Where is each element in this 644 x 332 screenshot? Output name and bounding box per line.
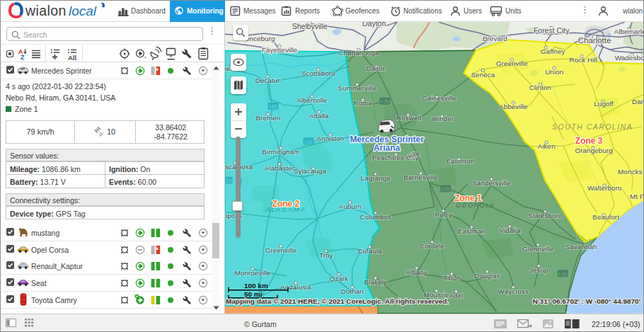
- svg-text:Brevard: Brevard: [483, 35, 507, 42]
- svg-text:Albany: Albany: [406, 268, 427, 276]
- svg-text:Statesboro: Statesboro: [528, 212, 563, 219]
- svg-text:Eatonton: Eatonton: [446, 157, 474, 165]
- svg-text:Sandersville: Sandersville: [472, 179, 511, 187]
- svg-text:Mapping data © 2021 HERE, © 20: Mapping data © 2021 HERE, © 2021 CoreLog…: [226, 297, 449, 305]
- svg-text:Vidalia: Vidalia: [499, 227, 520, 234]
- svg-text:Bremen: Bremen: [255, 114, 280, 122]
- svg-text:Z: Z: [21, 54, 25, 61]
- svg-text:Lugoff: Lugoff: [594, 100, 614, 108]
- svg-text:Tifton: Tifton: [443, 274, 461, 282]
- svg-text:Columbus: Columbus: [360, 213, 391, 221]
- svg-text:Cordele: Cordele: [420, 242, 444, 250]
- svg-text:Attalla: Attalla: [309, 112, 329, 120]
- svg-text:enceburg: enceburg: [246, 35, 275, 42]
- svg-text:Chattanooga: Chattanooga: [338, 49, 379, 57]
- svg-text:Alabaster: Alabaster: [265, 164, 295, 172]
- svg-text:Albemarle: Albemarle: [614, 28, 644, 35]
- svg-text:Anniston: Anniston: [316, 134, 344, 142]
- svg-text:Sylacauga: Sylacauga: [294, 167, 327, 175]
- svg-text:Douglas: Douglas: [474, 272, 500, 280]
- svg-text:Greenville: Greenville: [265, 246, 297, 254]
- svg-text:Greenville: Greenville: [496, 59, 528, 67]
- svg-text:Zone 1: Zone 1: [454, 193, 482, 203]
- svg-text:Barnesville: Barnesville: [403, 173, 438, 181]
- svg-text:Dalton: Dalton: [366, 64, 386, 72]
- svg-text:Albertville: Albertville: [297, 96, 328, 104]
- svg-text:Beaufort: Beaufort: [592, 213, 619, 221]
- svg-text:Union: Union: [545, 68, 563, 76]
- svg-text:Glennville: Glennville: [522, 245, 553, 253]
- svg-text:Shelbyville: Shelbyville: [292, 23, 328, 30]
- svg-text:Savannah: Savannah: [565, 243, 597, 251]
- svg-text:Zone 2: Zone 2: [272, 199, 300, 209]
- svg-text:Jesup: Jesup: [529, 266, 548, 274]
- svg-text:Darli: Darli: [632, 98, 644, 105]
- svg-text:Aiken: Aiken: [538, 142, 556, 150]
- svg-text:Perry: Perry: [435, 211, 452, 219]
- svg-text:Mt Pl: Mt Pl: [630, 193, 644, 200]
- svg-text:Waycross: Waycross: [498, 287, 529, 295]
- svg-text:Auburn: Auburn: [339, 202, 362, 210]
- svg-text:Winder: Winder: [432, 115, 454, 122]
- svg-text:Walterboro: Walterboro: [587, 184, 622, 192]
- svg-text:Abbeville: Abbeville: [499, 103, 528, 110]
- svg-text:Blakely: Blakely: [364, 278, 387, 286]
- svg-text:Ozark: Ozark: [329, 275, 348, 282]
- svg-text:Zone 3: Zone 3: [575, 136, 603, 146]
- svg-text:Wadesboro: Wadesboro: [615, 54, 644, 62]
- svg-text:Charlotte: Charlotte: [578, 36, 611, 45]
- svg-text:N 31° 06.6702' : W -080° 44.98: N 31° 06.6702' : W -080° 44.9870': [533, 297, 640, 305]
- svg-text:Rock Hill: Rock Hill: [569, 56, 597, 64]
- svg-text:Adel: Adel: [449, 292, 463, 299]
- svg-text:Dayton: Dayton: [362, 22, 386, 28]
- svg-text:Summerville: Summerville: [338, 84, 376, 92]
- svg-text:Dothan: Dothan: [341, 287, 364, 295]
- svg-text:100 km: 100 km: [244, 282, 268, 290]
- svg-text:Rome: Rome: [353, 99, 372, 107]
- svg-text:Decatur: Decatur: [255, 76, 280, 84]
- svg-text:Eastman: Eastman: [458, 227, 485, 235]
- svg-text:Gaffney: Gaffney: [541, 47, 565, 55]
- svg-text:Forest City: Forest City: [534, 27, 570, 35]
- svg-text:Orangeburg: Orangeburg: [575, 147, 613, 154]
- svg-text:Eufaula: Eufaula: [358, 247, 382, 255]
- svg-text:Scottsboro: Scottsboro: [301, 69, 335, 77]
- svg-text:Ariana: Ariana: [374, 143, 401, 153]
- svg-text:SOUTH CAROLINA: SOUTH CAROLINA: [552, 123, 633, 131]
- svg-text:Birmingham: Birmingham: [262, 148, 299, 156]
- svg-text:local: local: [69, 4, 97, 18]
- svg-text:Lagrange: Lagrange: [361, 174, 391, 182]
- svg-text:Clinton: Clinton: [529, 84, 551, 91]
- svg-text:wialon: wialon: [25, 3, 67, 18]
- svg-text:Fayetteville: Fayetteville: [262, 46, 298, 54]
- svg-text:Roswell: Roswell: [396, 114, 421, 122]
- svg-text:Moncks C: Moncks C: [618, 168, 644, 176]
- svg-text:Troy: Troy: [319, 251, 333, 259]
- svg-text:All: All: [68, 54, 76, 62]
- svg-text:Seneca: Seneca: [471, 71, 495, 79]
- svg-text:Monroeville: Monroeville: [234, 269, 270, 277]
- svg-text:Gainesville: Gainesville: [422, 94, 456, 102]
